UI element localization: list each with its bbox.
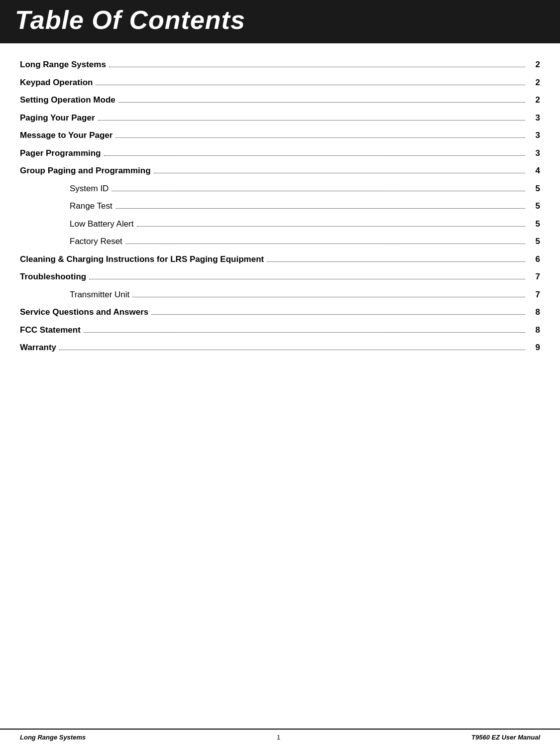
toc-title-paging-your-pager: Paging Your Pager [20,112,95,124]
toc-entry-pager-programming: Pager Programming3 [20,147,540,160]
toc-title-system-id: System ID [70,182,109,195]
toc-dots-keypad-operation [96,85,525,85]
toc-title-fcc-statement: FCC Statement [20,324,81,337]
page-title: Table Of Contents [15,6,545,34]
toc-dots-pager-programming [104,155,526,156]
toc-page-range-test: 5 [528,200,540,213]
toc-title-range-test: Range Test [70,200,112,213]
toc-dots-system-id [112,191,525,191]
page-header: Table Of Contents [0,0,560,43]
toc-dots-cleaning-charging [267,261,525,262]
toc-dots-setting-operation-mode [118,102,525,103]
toc-page-pager-programming: 3 [528,147,540,160]
toc-page-service-questions-and-answers: 8 [528,306,540,319]
toc-page-system-id: 5 [528,182,540,195]
toc-dots-service-questions-and-answers [151,314,525,315]
toc-entry-transmitter-unit: Transmitter Unit7 [20,288,540,301]
toc-page-setting-operation-mode: 2 [528,94,540,107]
toc-entry-long-range-systems: Long Range Systems2 [20,58,540,71]
toc-page-low-battery-alert: 5 [528,218,540,231]
toc-dots-transmitter-unit [132,297,525,297]
toc-page-transmitter-unit: 7 [528,288,540,301]
toc-dots-troubleshooting [89,279,525,279]
toc-title-group-paging-and-programming: Group Paging and Programming [20,164,151,177]
toc-dots-message-to-your-pager [115,137,525,138]
toc-dots-group-paging-and-programming [154,173,525,173]
toc-title-message-to-your-pager: Message to Your Pager [20,129,112,142]
toc-dots-warranty [59,350,525,350]
toc-title-setting-operation-mode: Setting Operation Mode [20,94,115,107]
toc-page-troubleshooting: 7 [528,270,540,283]
footer-right: T9560 EZ User Manual [471,734,540,741]
toc-entry-paging-your-pager: Paging Your Pager3 [20,112,540,124]
toc-entry-system-id: System ID5 [20,182,540,195]
toc-title-warranty: Warranty [20,341,56,354]
toc-entry-cleaning-charging: Cleaning & Charging Instructions for LRS… [20,253,540,266]
toc-page-long-range-systems: 2 [528,58,540,71]
toc-entry-range-test: Range Test5 [20,200,540,213]
toc-title-troubleshooting: Troubleshooting [20,270,86,283]
toc-entry-fcc-statement: FCC Statement8 [20,324,540,337]
toc-dots-long-range-systems [109,67,525,67]
toc-title-pager-programming: Pager Programming [20,147,101,160]
toc-title-cleaning-charging: Cleaning & Charging Instructions for LRS… [20,253,264,266]
toc-dots-factory-reset [125,244,525,244]
toc-dots-range-test [115,208,525,209]
toc-page-cleaning-charging: 6 [528,253,540,266]
toc-title-low-battery-alert: Low Battery Alert [70,218,134,231]
toc-entry-troubleshooting: Troubleshooting7 [20,270,540,283]
toc-entry-setting-operation-mode: Setting Operation Mode2 [20,94,540,107]
toc-entry-message-to-your-pager: Message to Your Pager3 [20,129,540,142]
toc-entry-keypad-operation: Keypad Operation2 [20,76,540,89]
page-footer: Long Range Systems 1 T9560 EZ User Manua… [0,729,560,745]
toc-dots-paging-your-pager [98,120,525,121]
toc-page-fcc-statement: 8 [528,324,540,337]
footer-left: Long Range Systems [20,734,86,741]
toc-entry-warranty: Warranty9 [20,341,540,354]
toc-content: Long Range Systems2Keypad Operation2Sett… [0,43,560,399]
toc-entry-factory-reset: Factory Reset5 [20,235,540,248]
toc-title-keypad-operation: Keypad Operation [20,76,93,89]
toc-title-long-range-systems: Long Range Systems [20,58,106,71]
toc-entry-group-paging-and-programming: Group Paging and Programming4 [20,164,540,177]
toc-title-transmitter-unit: Transmitter Unit [70,288,129,301]
footer-page-number: 1 [277,734,280,741]
toc-entry-low-battery-alert: Low Battery Alert5 [20,218,540,231]
toc-page-group-paging-and-programming: 4 [528,164,540,177]
toc-title-service-questions-and-answers: Service Questions and Answers [20,306,148,319]
toc-page-keypad-operation: 2 [528,76,540,89]
toc-title-factory-reset: Factory Reset [70,235,122,248]
toc-entry-service-questions-and-answers: Service Questions and Answers8 [20,306,540,319]
toc-page-message-to-your-pager: 3 [528,129,540,142]
toc-page-paging-your-pager: 3 [528,112,540,124]
toc-dots-low-battery-alert [137,226,525,227]
toc-dots-fcc-statement [84,332,525,333]
toc-page-factory-reset: 5 [528,235,540,248]
toc-page-warranty: 9 [528,341,540,354]
